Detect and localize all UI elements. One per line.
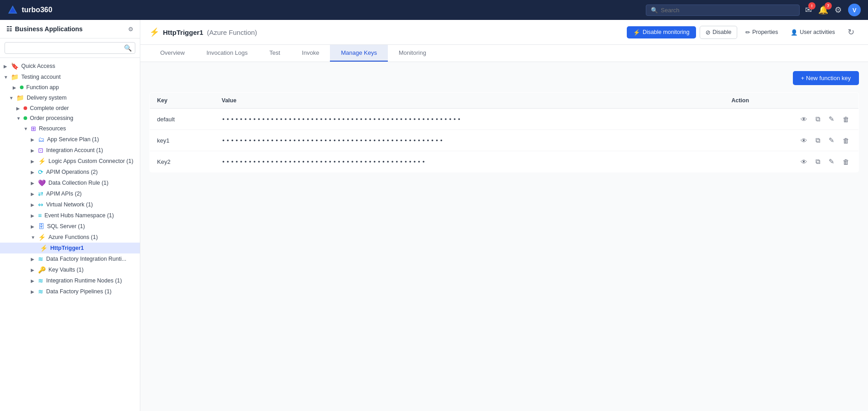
search-bar[interactable]: 🔍: [646, 5, 800, 16]
sidebar-item-quick-access[interactable]: ▶ 🔖 Quick Access: [0, 61, 140, 72]
user-avatar[interactable]: V: [848, 4, 861, 16]
user-activities-button[interactable]: 👤 User activities: [786, 26, 839, 38]
event-hubs-icon: ≡: [38, 212, 42, 219]
table-row: default ••••••••••••••••••••••••••••••••…: [150, 109, 859, 130]
settings-gear-icon[interactable]: ⚙: [128, 26, 134, 33]
sidebar-search-icon: 🔍: [124, 44, 132, 52]
chevron-right-icon: ▶: [31, 148, 36, 153]
delete-icon[interactable]: 🗑: [841, 115, 851, 124]
col-action: Action: [724, 93, 858, 109]
new-function-key-row: + New function key: [149, 71, 859, 85]
table-row: key1 •••••••••••••••••••••••••••••••••••…: [150, 130, 859, 151]
action-cell-key1: 👁 ⧉ ✎ 🗑: [724, 130, 858, 151]
copy-icon[interactable]: ⧉: [814, 157, 822, 167]
sidebar-item-logic-apps-custom-connector[interactable]: ▶ ⚡ Logic Apps Custom Connector (1): [0, 156, 140, 167]
settings-icon[interactable]: ⚙: [835, 5, 842, 15]
top-navigation: turbo360 🔍 ✉ ! 🔔 7 ⚙ V: [0, 0, 868, 20]
chevron-right-icon: ▶: [31, 137, 36, 142]
sidebar-item-apim-apis[interactable]: ▶ ⇄ APIM APIs (2): [0, 188, 140, 199]
view-icon[interactable]: 👁: [799, 157, 809, 167]
sidebar-item-integration-runtime-nodes[interactable]: ▶ ≋ Integration Runtime Nodes (1): [0, 275, 140, 286]
sidebar-item-testing-account[interactable]: ▼ 📁 Testing account: [0, 72, 140, 82]
sidebar-item-httptrigger1[interactable]: ⚡ HttpTrigger1: [0, 243, 140, 253]
pipelines-icon: ≋: [38, 288, 43, 295]
chevron-right-icon: ▶: [16, 106, 22, 111]
main-content: ⚡ HttpTrigger1 (Azure Function) ⚡ Disabl…: [140, 20, 868, 411]
sidebar-item-order-processing[interactable]: ▼ Order processing: [0, 113, 140, 123]
tab-overview[interactable]: Overview: [149, 45, 196, 62]
app-logo[interactable]: turbo360: [7, 5, 52, 15]
sidebar-item-data-factory-pipelines[interactable]: ▶ ≋ Data Factory Pipelines (1): [0, 286, 140, 297]
tab-invocation-logs[interactable]: Invocation Logs: [196, 45, 258, 62]
content-area: + New function key Key Value Action defa…: [140, 62, 868, 411]
delete-icon[interactable]: 🗑: [841, 157, 851, 167]
more-options-button[interactable]: ↻: [843, 24, 859, 40]
function-icon: ⚡: [149, 27, 159, 37]
tab-monitoring[interactable]: Monitoring: [388, 45, 437, 62]
chevron-right-icon: ▶: [31, 257, 36, 262]
sidebar-item-delivery-system[interactable]: ▼ 📁 Delivery system: [0, 92, 140, 103]
sidebar-item-azure-functions[interactable]: ▼ ⚡ Azure Functions (1): [0, 232, 140, 243]
sql-icon: 🗄: [38, 223, 44, 230]
integration-runtime-icon: ≋: [38, 277, 43, 284]
chevron-right-icon: ▶: [31, 289, 36, 294]
chevron-right-icon: ▶: [31, 268, 36, 272]
properties-button[interactable]: ✏ Properties: [741, 26, 782, 38]
app-name: turbo360: [22, 6, 52, 14]
view-icon[interactable]: 👁: [799, 115, 809, 124]
sidebar-item-data-factory-integration[interactable]: ▶ ≋ Data Factory Integration Runti...: [0, 253, 140, 264]
col-value: Value: [215, 93, 724, 109]
disable-button[interactable]: ⊘ Disable: [700, 26, 738, 39]
sidebar-item-resources[interactable]: ▼ ⊞ Resources: [0, 123, 140, 134]
chevron-down-icon: ▼: [24, 126, 29, 131]
notifications-badge: 7: [825, 2, 832, 10]
page-title: ⚡ HttpTrigger1 (Azure Function): [149, 27, 257, 37]
disable-monitoring-button[interactable]: ⚡ Disable monitoring: [627, 26, 696, 38]
delete-icon[interactable]: 🗑: [841, 136, 851, 145]
chevron-right-icon: ▶: [31, 202, 36, 207]
tab-invoke[interactable]: Invoke: [291, 45, 330, 62]
sidebar-item-sql-server[interactable]: ▶ 🗄 SQL Server (1): [0, 221, 140, 232]
sidebar-item-function-app[interactable]: ▶ Function app: [0, 82, 140, 92]
tab-manage-keys[interactable]: Manage Keys: [330, 45, 388, 62]
messages-icon[interactable]: ✉ !: [805, 5, 812, 15]
copy-icon[interactable]: ⧉: [814, 114, 822, 124]
search-input[interactable]: [661, 7, 795, 14]
tab-test[interactable]: Test: [258, 45, 291, 62]
sidebar-item-data-collection-rule[interactable]: ▶ 💜 Data Collection Rule (1): [0, 177, 140, 188]
notifications-icon[interactable]: 🔔 7: [818, 5, 828, 15]
folder-icon: 📁: [16, 94, 24, 101]
chevron-right-icon: ▶: [31, 224, 36, 229]
sidebar-tree: ▶ 🔖 Quick Access ▼ 📁 Testing account ▶ F…: [0, 58, 140, 411]
azure-functions-icon: ⚡: [38, 234, 46, 241]
edit-icon[interactable]: ✎: [827, 157, 836, 167]
sidebar-search-input[interactable]: [5, 42, 135, 54]
sidebar-item-event-hubs[interactable]: ▶ ≡ Event Hubs Namespace (1): [0, 210, 140, 221]
key-name-key2: Key2: [150, 151, 215, 172]
logic-apps-icon: ⚡: [38, 158, 46, 165]
sidebar-item-app-service-plan[interactable]: ▶ 🗂 App Service Plan (1): [0, 134, 140, 145]
sidebar-title: ☷ Business Applications: [6, 25, 83, 33]
col-key: Key: [150, 93, 215, 109]
status-dot-green: [24, 116, 27, 120]
search-icon: 🔍: [651, 7, 658, 14]
folder-icon: 📁: [11, 73, 19, 81]
new-function-key-button[interactable]: + New function key: [793, 71, 859, 85]
sidebar-item-virtual-network[interactable]: ▶ ⇔ Virtual Network (1): [0, 199, 140, 210]
main-header: ⚡ HttpTrigger1 (Azure Function) ⚡ Disabl…: [140, 20, 868, 45]
tabs-bar: Overview Invocation Logs Test Invoke Man…: [140, 45, 868, 62]
sidebar-item-apim-operations[interactable]: ▶ ⟳ APIM Operations (2): [0, 167, 140, 177]
sidebar-item-integration-account[interactable]: ▶ ⊡ Integration Account (1): [0, 145, 140, 156]
sidebar-item-complete-order[interactable]: ▶ Complete order: [0, 103, 140, 113]
chevron-right-icon: ▶: [31, 181, 36, 186]
copy-icon[interactable]: ⧉: [814, 135, 822, 145]
grid-icon: ☷: [6, 25, 12, 33]
sidebar-item-key-vaults[interactable]: ▶ 🔑 Key Vaults (1): [0, 264, 140, 275]
chevron-right-icon: ▶: [31, 278, 36, 283]
edit-icon[interactable]: ✎: [827, 135, 836, 145]
edit-icon[interactable]: ✎: [827, 114, 836, 124]
key-name-key1: key1: [150, 130, 215, 151]
key-value-key2: ••••••••••••••••••••••••••••••••••••••••…: [215, 151, 724, 172]
view-icon[interactable]: 👁: [799, 136, 809, 145]
disable-icon: ⊘: [706, 29, 711, 36]
